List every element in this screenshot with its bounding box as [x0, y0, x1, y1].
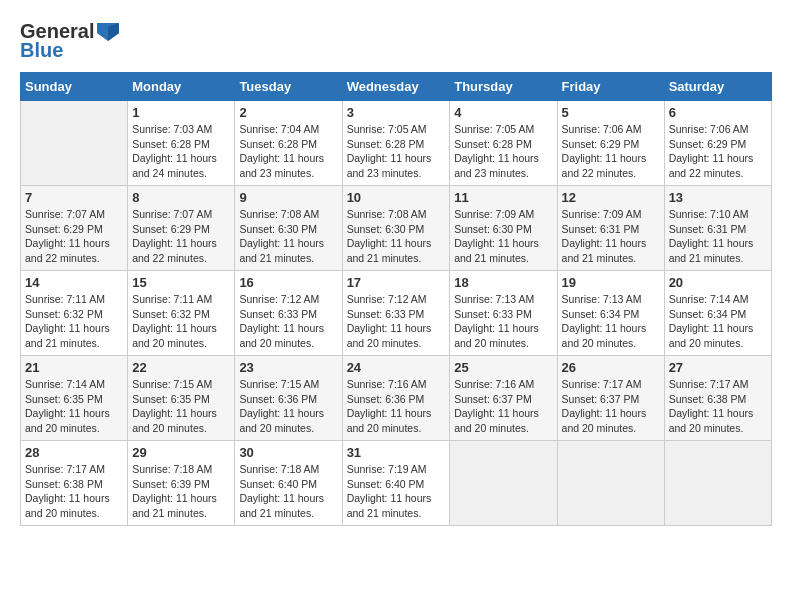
header-thursday: Thursday: [450, 73, 557, 101]
day-cell: [21, 101, 128, 186]
day-number: 20: [669, 275, 767, 290]
day-info: Sunrise: 7:07 AM Sunset: 6:29 PM Dayligh…: [132, 207, 230, 266]
day-cell: 11Sunrise: 7:09 AM Sunset: 6:30 PM Dayli…: [450, 186, 557, 271]
day-cell: 20Sunrise: 7:14 AM Sunset: 6:34 PM Dayli…: [664, 271, 771, 356]
week-row-4: 28Sunrise: 7:17 AM Sunset: 6:38 PM Dayli…: [21, 441, 772, 526]
day-number: 12: [562, 190, 660, 205]
day-number: 7: [25, 190, 123, 205]
day-cell: 23Sunrise: 7:15 AM Sunset: 6:36 PM Dayli…: [235, 356, 342, 441]
day-number: 16: [239, 275, 337, 290]
day-info: Sunrise: 7:11 AM Sunset: 6:32 PM Dayligh…: [25, 292, 123, 351]
day-cell: 28Sunrise: 7:17 AM Sunset: 6:38 PM Dayli…: [21, 441, 128, 526]
calendar-header-row: SundayMondayTuesdayWednesdayThursdayFrid…: [21, 73, 772, 101]
day-number: 19: [562, 275, 660, 290]
day-cell: 6Sunrise: 7:06 AM Sunset: 6:29 PM Daylig…: [664, 101, 771, 186]
day-info: Sunrise: 7:04 AM Sunset: 6:28 PM Dayligh…: [239, 122, 337, 181]
day-number: 21: [25, 360, 123, 375]
day-info: Sunrise: 7:17 AM Sunset: 6:38 PM Dayligh…: [25, 462, 123, 521]
day-number: 23: [239, 360, 337, 375]
day-info: Sunrise: 7:15 AM Sunset: 6:35 PM Dayligh…: [132, 377, 230, 436]
day-cell: 2Sunrise: 7:04 AM Sunset: 6:28 PM Daylig…: [235, 101, 342, 186]
logo-icon: [97, 23, 119, 41]
day-cell: 13Sunrise: 7:10 AM Sunset: 6:31 PM Dayli…: [664, 186, 771, 271]
day-info: Sunrise: 7:14 AM Sunset: 6:35 PM Dayligh…: [25, 377, 123, 436]
day-info: Sunrise: 7:07 AM Sunset: 6:29 PM Dayligh…: [25, 207, 123, 266]
logo-blue-text: Blue: [20, 39, 63, 62]
day-number: 2: [239, 105, 337, 120]
day-cell: 31Sunrise: 7:19 AM Sunset: 6:40 PM Dayli…: [342, 441, 450, 526]
day-number: 30: [239, 445, 337, 460]
day-info: Sunrise: 7:03 AM Sunset: 6:28 PM Dayligh…: [132, 122, 230, 181]
day-info: Sunrise: 7:19 AM Sunset: 6:40 PM Dayligh…: [347, 462, 446, 521]
day-cell: 15Sunrise: 7:11 AM Sunset: 6:32 PM Dayli…: [128, 271, 235, 356]
day-info: Sunrise: 7:16 AM Sunset: 6:37 PM Dayligh…: [454, 377, 552, 436]
week-row-1: 7Sunrise: 7:07 AM Sunset: 6:29 PM Daylig…: [21, 186, 772, 271]
day-info: Sunrise: 7:06 AM Sunset: 6:29 PM Dayligh…: [669, 122, 767, 181]
day-number: 3: [347, 105, 446, 120]
header-monday: Monday: [128, 73, 235, 101]
day-cell: [557, 441, 664, 526]
day-number: 17: [347, 275, 446, 290]
day-cell: 8Sunrise: 7:07 AM Sunset: 6:29 PM Daylig…: [128, 186, 235, 271]
header-saturday: Saturday: [664, 73, 771, 101]
day-info: Sunrise: 7:12 AM Sunset: 6:33 PM Dayligh…: [239, 292, 337, 351]
day-number: 25: [454, 360, 552, 375]
day-info: Sunrise: 7:16 AM Sunset: 6:36 PM Dayligh…: [347, 377, 446, 436]
day-info: Sunrise: 7:18 AM Sunset: 6:40 PM Dayligh…: [239, 462, 337, 521]
week-row-2: 14Sunrise: 7:11 AM Sunset: 6:32 PM Dayli…: [21, 271, 772, 356]
day-number: 15: [132, 275, 230, 290]
day-cell: 1Sunrise: 7:03 AM Sunset: 6:28 PM Daylig…: [128, 101, 235, 186]
day-number: 10: [347, 190, 446, 205]
day-info: Sunrise: 7:09 AM Sunset: 6:30 PM Dayligh…: [454, 207, 552, 266]
day-cell: 30Sunrise: 7:18 AM Sunset: 6:40 PM Dayli…: [235, 441, 342, 526]
day-info: Sunrise: 7:11 AM Sunset: 6:32 PM Dayligh…: [132, 292, 230, 351]
day-cell: 22Sunrise: 7:15 AM Sunset: 6:35 PM Dayli…: [128, 356, 235, 441]
day-info: Sunrise: 7:14 AM Sunset: 6:34 PM Dayligh…: [669, 292, 767, 351]
day-cell: 5Sunrise: 7:06 AM Sunset: 6:29 PM Daylig…: [557, 101, 664, 186]
day-number: 31: [347, 445, 446, 460]
day-cell: 29Sunrise: 7:18 AM Sunset: 6:39 PM Dayli…: [128, 441, 235, 526]
day-info: Sunrise: 7:09 AM Sunset: 6:31 PM Dayligh…: [562, 207, 660, 266]
day-info: Sunrise: 7:17 AM Sunset: 6:37 PM Dayligh…: [562, 377, 660, 436]
day-number: 26: [562, 360, 660, 375]
day-cell: [450, 441, 557, 526]
day-cell: 4Sunrise: 7:05 AM Sunset: 6:28 PM Daylig…: [450, 101, 557, 186]
day-cell: 17Sunrise: 7:12 AM Sunset: 6:33 PM Dayli…: [342, 271, 450, 356]
day-info: Sunrise: 7:13 AM Sunset: 6:34 PM Dayligh…: [562, 292, 660, 351]
day-info: Sunrise: 7:10 AM Sunset: 6:31 PM Dayligh…: [669, 207, 767, 266]
day-info: Sunrise: 7:17 AM Sunset: 6:38 PM Dayligh…: [669, 377, 767, 436]
day-number: 1: [132, 105, 230, 120]
page-header: General Blue: [20, 20, 772, 62]
day-cell: 14Sunrise: 7:11 AM Sunset: 6:32 PM Dayli…: [21, 271, 128, 356]
day-info: Sunrise: 7:08 AM Sunset: 6:30 PM Dayligh…: [347, 207, 446, 266]
day-info: Sunrise: 7:18 AM Sunset: 6:39 PM Dayligh…: [132, 462, 230, 521]
day-number: 28: [25, 445, 123, 460]
day-number: 22: [132, 360, 230, 375]
day-cell: 7Sunrise: 7:07 AM Sunset: 6:29 PM Daylig…: [21, 186, 128, 271]
header-friday: Friday: [557, 73, 664, 101]
day-cell: 10Sunrise: 7:08 AM Sunset: 6:30 PM Dayli…: [342, 186, 450, 271]
day-cell: 27Sunrise: 7:17 AM Sunset: 6:38 PM Dayli…: [664, 356, 771, 441]
header-sunday: Sunday: [21, 73, 128, 101]
day-info: Sunrise: 7:15 AM Sunset: 6:36 PM Dayligh…: [239, 377, 337, 436]
day-cell: 16Sunrise: 7:12 AM Sunset: 6:33 PM Dayli…: [235, 271, 342, 356]
day-cell: 25Sunrise: 7:16 AM Sunset: 6:37 PM Dayli…: [450, 356, 557, 441]
week-row-0: 1Sunrise: 7:03 AM Sunset: 6:28 PM Daylig…: [21, 101, 772, 186]
day-cell: 9Sunrise: 7:08 AM Sunset: 6:30 PM Daylig…: [235, 186, 342, 271]
day-number: 11: [454, 190, 552, 205]
day-info: Sunrise: 7:06 AM Sunset: 6:29 PM Dayligh…: [562, 122, 660, 181]
day-number: 29: [132, 445, 230, 460]
day-cell: [664, 441, 771, 526]
day-info: Sunrise: 7:12 AM Sunset: 6:33 PM Dayligh…: [347, 292, 446, 351]
day-info: Sunrise: 7:05 AM Sunset: 6:28 PM Dayligh…: [347, 122, 446, 181]
day-number: 8: [132, 190, 230, 205]
day-number: 13: [669, 190, 767, 205]
day-cell: 19Sunrise: 7:13 AM Sunset: 6:34 PM Dayli…: [557, 271, 664, 356]
day-cell: 26Sunrise: 7:17 AM Sunset: 6:37 PM Dayli…: [557, 356, 664, 441]
day-number: 4: [454, 105, 552, 120]
day-info: Sunrise: 7:08 AM Sunset: 6:30 PM Dayligh…: [239, 207, 337, 266]
calendar-table: SundayMondayTuesdayWednesdayThursdayFrid…: [20, 72, 772, 526]
day-cell: 18Sunrise: 7:13 AM Sunset: 6:33 PM Dayli…: [450, 271, 557, 356]
day-number: 9: [239, 190, 337, 205]
day-info: Sunrise: 7:13 AM Sunset: 6:33 PM Dayligh…: [454, 292, 552, 351]
